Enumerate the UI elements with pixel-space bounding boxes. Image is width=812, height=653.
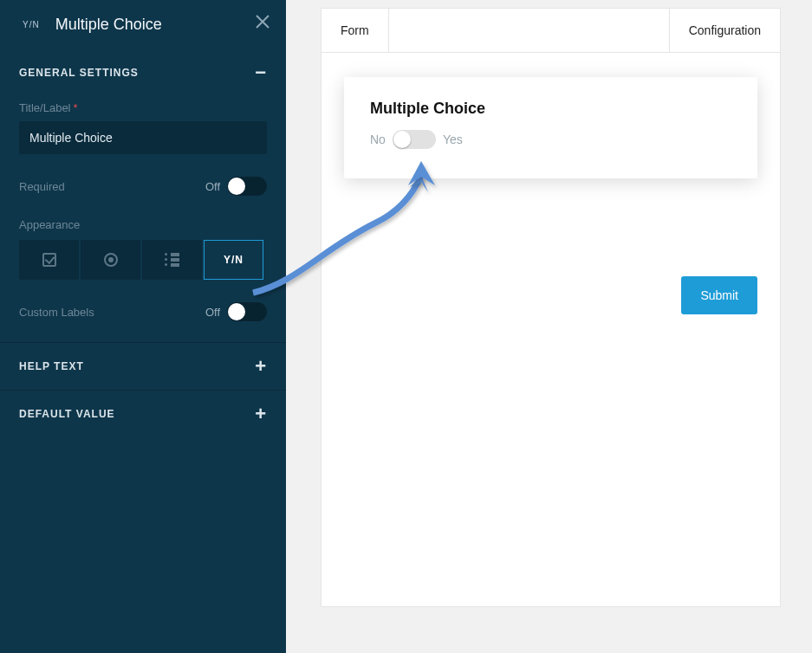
yes-label: Yes xyxy=(443,133,463,146)
field-type-badge: Y/N xyxy=(23,20,40,29)
yes-no-control: No Yes xyxy=(370,130,731,149)
custom-labels-toggle[interactable] xyxy=(227,302,267,321)
section-help-header[interactable]: HELP TEXT + xyxy=(0,343,286,390)
yes-no-toggle[interactable] xyxy=(393,130,436,149)
appearance-radio[interactable] xyxy=(81,240,140,280)
tab-configuration[interactable]: Configuration xyxy=(669,9,780,52)
section-label: HELP TEXT xyxy=(19,360,84,372)
section-label: GENERAL SETTINGS xyxy=(19,67,139,79)
section-general-header[interactable]: GENERAL SETTINGS − xyxy=(0,49,286,96)
section-label: DEFAULT VALUE xyxy=(19,408,115,420)
sidebar-header: Y/N Multiple Choice xyxy=(0,0,286,49)
settings-sidebar: Y/N Multiple Choice GENERAL SETTINGS − T… xyxy=(0,0,286,653)
title-label: Title/Label* xyxy=(19,101,267,114)
appearance-label: Appearance xyxy=(19,218,267,231)
expand-icon: + xyxy=(255,355,267,378)
appearance-options: Y/N xyxy=(19,240,267,280)
question-title: Multiple Choice xyxy=(370,100,731,118)
tab-form[interactable]: Form xyxy=(322,9,389,52)
appearance-list[interactable] xyxy=(142,240,202,280)
appearance-yesno[interactable]: Y/N xyxy=(204,240,263,280)
title-input[interactable] xyxy=(19,121,267,154)
collapse-icon: − xyxy=(255,61,267,84)
section-default-header[interactable]: DEFAULT VALUE + xyxy=(0,391,286,437)
expand-icon: + xyxy=(255,403,267,425)
checkbox-icon xyxy=(42,253,56,267)
required-toggle[interactable] xyxy=(227,177,267,196)
sidebar-title: Multiple Choice xyxy=(55,16,162,34)
appearance-checkbox[interactable] xyxy=(19,240,79,280)
required-row: Required Off xyxy=(19,177,267,196)
required-label: Required xyxy=(19,180,65,193)
custom-labels-state: Off xyxy=(205,306,220,319)
appearance-block: Appearance Y/N xyxy=(19,218,267,280)
submit-button[interactable]: Submit xyxy=(681,276,757,314)
custom-labels-label: Custom Labels xyxy=(19,306,94,319)
form-canvas: Multiple Choice No Yes Submit xyxy=(321,53,781,607)
radio-icon xyxy=(104,253,118,267)
list-icon xyxy=(165,253,180,267)
required-state: Off xyxy=(205,180,220,193)
content-area: Form Configuration Multiple Choice No Ye… xyxy=(286,0,812,653)
close-icon[interactable] xyxy=(255,12,270,35)
custom-labels-row: Custom Labels Off xyxy=(19,302,267,321)
question-card[interactable]: Multiple Choice No Yes xyxy=(344,77,757,178)
tab-bar: Form Configuration xyxy=(321,8,781,53)
section-general-body: Title/Label* Required Off Appearance Y/N… xyxy=(0,96,286,342)
no-label: No xyxy=(370,133,386,146)
